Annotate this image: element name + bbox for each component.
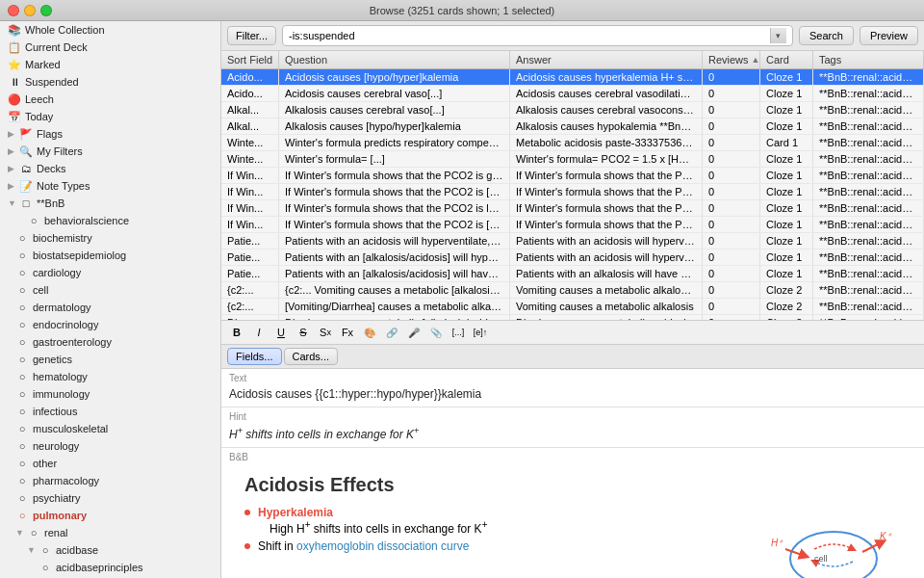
cloze-button[interactable]: [...] <box>449 324 468 341</box>
sidebar-item-renal[interactable]: ▼ ○ renal <box>0 524 220 541</box>
sidebar-item-suspended[interactable]: ⏸ Suspended <box>0 73 220 91</box>
sidebar-item-endocrinology[interactable]: ○ endocrinology <box>0 316 220 333</box>
preview-content: Hyperkalemia High H+ shifts into cells i… <box>244 506 901 578</box>
table-row[interactable]: {c2:... {c2:... Vomiting causes a metabo… <box>221 282 924 299</box>
item-icon: ○ <box>15 266 29 279</box>
sidebar-item-infectious[interactable]: ○ infectious <box>0 403 220 420</box>
italic-button[interactable]: I <box>249 324 269 341</box>
td-tags: **BnB::renal::acidbase::aci <box>813 200 924 216</box>
sidebar-item-acidbase[interactable]: ▼ ○ acidbase <box>0 541 220 559</box>
sidebar-item-pharmacology[interactable]: ○ pharmacology <box>0 472 220 489</box>
sidebar-item-gastroenterology[interactable]: ○ gastroenterology <box>0 333 220 351</box>
sidebar-label: My Filters <box>37 145 83 157</box>
sidebar-item-pulmonary[interactable]: ○ pulmonary <box>0 507 220 524</box>
th-sort-field[interactable]: Sort Field <box>221 51 279 68</box>
sidebar-item-neurology[interactable]: ○ neurology <box>0 437 220 455</box>
table-row[interactable]: Winte... Winter's formula= [...] Winter'… <box>221 151 924 168</box>
table-row[interactable]: Alkal... Alkalosis causes cerebral vaso[… <box>221 102 924 118</box>
sidebar-item-marked[interactable]: ⭐ Marked <box>0 56 220 73</box>
td-question: Alkalosis causes cerebral vaso[...] <box>279 102 510 118</box>
table-row[interactable]: {c2:... [Vomiting/Diarrhea] causes a met… <box>221 299 924 315</box>
th-question[interactable]: Question <box>279 51 510 68</box>
table-row[interactable]: If Win... If Winter's formula shows that… <box>221 184 924 200</box>
edit-button[interactable]: [e]↑ <box>471 324 490 341</box>
close-button[interactable] <box>8 5 19 16</box>
td-tags: **BnB::renal::acidbase::aci <box>813 69 924 85</box>
color-button[interactable]: Fx <box>338 324 357 341</box>
underline-button[interactable]: U <box>271 324 291 341</box>
main-layout: 📚 Whole Collection 📋 Current Deck ⭐ Mark… <box>0 21 924 578</box>
sidebar-item-whole-collection[interactable]: 📚 Whole Collection <box>0 21 220 39</box>
sidebar-item-today[interactable]: 📅 Today <box>0 108 220 125</box>
strikethrough-button[interactable]: S <box>294 324 313 341</box>
table-row[interactable]: Winte... Winter's formula predicts respi… <box>221 135 924 151</box>
th-tags[interactable]: Tags <box>813 51 924 68</box>
sidebar-item-immunology[interactable]: ○ immunology <box>0 385 220 403</box>
sidebar-item-dermatology[interactable]: ○ dermatology <box>0 299 220 316</box>
th-card[interactable]: Card <box>760 51 813 68</box>
td-question: If Winter's formula shows that the PCO2 … <box>279 200 510 216</box>
table-row[interactable]: Acido... Acidosis causes cerebral vaso[.… <box>221 86 924 102</box>
sidebar-item-flags[interactable]: ▶ 🚩 Flags <box>0 125 220 143</box>
table-row[interactable]: Acido... Acidosis causes [hypo/hyper]kal… <box>221 69 924 86</box>
subscript-button[interactable]: Sx <box>316 324 335 341</box>
sidebar-item-cell[interactable]: ○ cell <box>0 281 220 299</box>
sidebar-item-leech[interactable]: 🔴 Leech <box>0 91 220 108</box>
highlight-button[interactable]: 🎨 <box>360 324 379 341</box>
sidebar-item-genetics[interactable]: ○ genetics <box>0 351 220 368</box>
td-tags: **BnB::renal::acidbase::aci <box>813 315 924 320</box>
search-button[interactable]: Search <box>799 26 854 45</box>
attachment-button[interactable]: 📎 <box>426 324 446 341</box>
table-row[interactable]: If Win... If Winter's formula shows that… <box>221 200 924 217</box>
preview-button[interactable]: Preview <box>860 26 918 45</box>
svg-line-1 <box>785 549 805 556</box>
search-input[interactable] <box>289 30 770 41</box>
maximize-button[interactable] <box>40 5 52 16</box>
sidebar-item-biochemistry[interactable]: ○ biochemistry <box>0 229 220 247</box>
sidebar-item-psychiatry[interactable]: ○ psychiatry <box>0 489 220 507</box>
td-tags: **BnB::renal::acidbase::aci <box>813 168 924 183</box>
td-tags: **BnB::renal::acidbase::aci <box>813 102 924 118</box>
sidebar-item-other[interactable]: ○ other <box>0 455 220 472</box>
table-row[interactable]: If Win... If Winter's formula shows that… <box>221 217 924 233</box>
window-title: Browse (3251 cards shown; 1 selected) <box>370 5 555 16</box>
sidebar-item-hematology[interactable]: ○ hematology <box>0 368 220 385</box>
th-reviews[interactable]: Reviews ▲ <box>703 51 760 68</box>
sidebar-item-musculoskeletal[interactable]: ○ musculoskeletal <box>0 420 220 437</box>
search-bar: ▾ <box>282 25 793 46</box>
sidebar-item-cardiology[interactable]: ○ cardiology <box>0 264 220 281</box>
sidebar-item-acidbaseprinciples[interactable]: ○ acidbaseprinciples <box>0 559 220 576</box>
link-button[interactable]: 🔗 <box>382 324 401 341</box>
sidebar-item-current-deck[interactable]: 📋 Current Deck <box>0 39 220 56</box>
table-row[interactable]: Patie... Patients with an [alkalosis/aci… <box>221 250 924 266</box>
filter-button[interactable]: Filter... <box>227 26 276 45</box>
sidebar-item-bnb[interactable]: ▼ □ **BnB <box>0 195 220 212</box>
minimize-button[interactable] <box>24 5 36 16</box>
field-text-content[interactable]: Acidosis causes {{c1::hyper::hypo/hyper}… <box>229 385 916 403</box>
th-answer[interactable]: Answer <box>510 51 703 68</box>
oxyhemo-link[interactable]: oxyhemoglobin dissociation curve <box>296 539 469 553</box>
table-row[interactable]: If Win... If Winter's formula shows that… <box>221 168 924 184</box>
table-row[interactable]: Patie... Patients with an [alkalosis/aci… <box>221 266 924 282</box>
sidebar-item-decks[interactable]: ▶ 🗂 Decks <box>0 160 220 177</box>
svg-text:H⁺: H⁺ <box>771 538 783 548</box>
table-row[interactable]: Diarr... Diarrhea causes a metabolic [al… <box>221 315 924 320</box>
audio-button[interactable]: 🎤 <box>404 324 424 341</box>
tab-cards[interactable]: Cards... <box>284 348 339 365</box>
sidebar-label: dermatology <box>33 302 91 313</box>
sidebar-item-note-types[interactable]: ▶ 📝 Note Types <box>0 177 220 195</box>
sidebar: 📚 Whole Collection 📋 Current Deck ⭐ Mark… <box>0 21 221 578</box>
sidebar-label: neurology <box>33 440 79 452</box>
sidebar-item-biostatsepi[interactable]: ○ biostatsepidemiolog <box>0 247 220 264</box>
search-dropdown[interactable]: ▾ <box>770 28 786 43</box>
field-hint-content[interactable]: H+ shifts into cells in exchange for K+ <box>229 424 916 443</box>
td-sort: Alkal... <box>221 102 279 118</box>
bold-button[interactable]: B <box>227 324 246 341</box>
sidebar-item-my-filters[interactable]: ▶ 🔍 My Filters <box>0 143 220 160</box>
sidebar-label: pulmonary <box>33 510 87 521</box>
sidebar-label: musculoskeletal <box>33 423 108 434</box>
table-row[interactable]: Patie... Patients with an acidosis will … <box>221 233 924 250</box>
tab-fields[interactable]: Fields... <box>227 348 282 365</box>
sidebar-item-behavioralscience[interactable]: ○ behavioralscience <box>0 212 220 229</box>
table-row[interactable]: Alkal... Alkalosis causes [hypo/hyper]ka… <box>221 118 924 135</box>
